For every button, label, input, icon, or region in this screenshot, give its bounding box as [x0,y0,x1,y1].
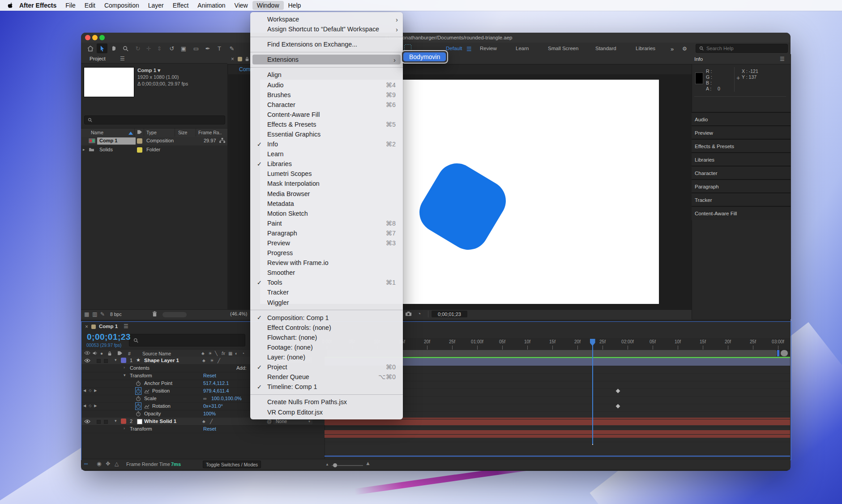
keyframe-nav[interactable]: ◀◇▶ [83,389,99,393]
project-column-type[interactable]: Type [146,130,157,135]
column-divider[interactable] [175,128,175,137]
menu-item-motion-sketch[interactable]: Motion Sketch [250,209,403,218]
project-item-name[interactable]: Comp 1 [99,138,117,143]
brush-tool-icon[interactable]: ✎ [227,43,237,53]
toggle-switches-modes-button[interactable]: Toggle Switches / Modes [203,461,261,468]
menu-item-character[interactable]: Character⌘6 [250,100,403,110]
collapse-chevron-icon[interactable]: ▾ [124,373,126,377]
stopwatch-icon[interactable] [136,403,141,409]
property-name[interactable]: Opacity [144,411,161,416]
workspace-overflow-chevrons[interactable]: » [671,46,674,52]
menubar-item-composition[interactable]: Composition [100,1,144,10]
stopwatch-icon[interactable] [136,396,141,401]
property-name[interactable]: Anchor Point [144,380,172,386]
menu-item-tracker[interactable]: Tracker [250,287,403,297]
project-row-solids[interactable]: ▸SolidsFolder [81,146,227,154]
pen-tool-icon[interactable]: ✒ [202,43,213,53]
av-toggle-box[interactable] [97,420,101,424]
panel-tab-effects-presets[interactable]: Effects & Presets [692,139,791,153]
av-toggle-box[interactable] [97,359,101,363]
menu-item-mask-interpolation[interactable]: Mask Interpolation [250,179,403,188]
tab-workspace-learn[interactable]: Learn [516,46,529,51]
home-tool-icon[interactable] [85,43,96,53]
timeline-panel-menu-icon[interactable]: ☰ [124,323,128,329]
collapse-chevron-icon[interactable]: › [124,426,125,431]
property-name[interactable]: Rotation [152,403,171,409]
solo-icon[interactable]: ● [100,351,103,356]
switch-slash-icon[interactable]: ╱ [218,358,220,363]
show-channels-icon[interactable]: ◔ [418,311,421,317]
menubar-item-file[interactable]: File [61,1,80,10]
menu-item-smoother[interactable]: Smoother [250,268,403,278]
timeline-bottom-scroll-edge[interactable] [325,456,790,457]
snapshot-camera-icon[interactable] [405,311,412,316]
tab-project[interactable]: Project [90,56,106,61]
menu-item-flowchart-none[interactable]: Flowchart: (none) [250,333,403,342]
tab-timeline-comp1[interactable]: Comp 1 [99,324,118,329]
selection-tool-icon[interactable] [97,43,107,53]
project-footer-edit-icon[interactable]: ✎ [100,311,105,317]
property-value[interactable]: 517.4,112.1 [203,380,229,386]
menu-item-info[interactable]: ✓Info⌘2 [250,139,403,149]
project-bit-depth[interactable]: 8 bpc [110,312,122,317]
menu-item-preview[interactable]: Preview⌘3 [250,238,403,248]
parent-pickwhip-icon[interactable]: @ [267,419,272,424]
property-value[interactable]: 100.0,100.0% [211,396,242,401]
speaker-icon[interactable] [92,351,98,355]
roi-tool-icon[interactable]: ▣ [178,43,189,53]
zoom-out-mountain-icon[interactable]: ▲ [325,462,329,466]
menu-item-align[interactable]: Align [250,70,403,80]
help-search-field[interactable] [696,44,788,53]
switch-header-shy-icon[interactable]: ♣ [201,351,205,356]
workspace-settings-icon[interactable]: ⚙ [682,46,687,52]
eye-icon[interactable] [84,351,90,355]
tab-workspace-libraries[interactable]: Libraries [636,46,655,51]
keyframe-diamond-icon[interactable]: ◇ [89,404,94,408]
dolly-camera-tool-icon[interactable]: ⇕ [154,43,165,53]
transform-reset-link[interactable]: Reset [203,373,216,378]
close-window-button[interactable] [85,35,90,40]
column-divider[interactable] [134,128,135,137]
menu-item-effect-controls-none[interactable]: Effect Controls: (none) [250,323,403,333]
minimize-window-button[interactable] [92,35,98,40]
transform-group-name[interactable]: Transform [130,426,152,431]
tag-icon[interactable] [117,351,123,355]
eye-icon[interactable] [84,359,90,363]
menu-item-effects-presets[interactable]: Effects & Presets⌘5 [250,120,403,129]
apple-menu-icon[interactable] [7,2,13,9]
stopwatch-icon[interactable] [136,411,141,417]
column-source-name[interactable]: Source Name [142,351,171,356]
av-toggle-box[interactable] [104,420,108,424]
menu-item-assign-shortcut-to-default-workspace[interactable]: Assign Shortcut to “Default” Workspace› [250,24,403,34]
property-name[interactable]: Scale [144,396,157,401]
project-comp-name[interactable]: Comp 1 ▾ [137,67,160,73]
switch-header-backslash-icon[interactable]: ╲ [215,351,218,356]
timeline-tab-close-icon[interactable]: × [85,324,88,330]
menubar-item-window[interactable]: Window [252,1,284,10]
project-row-comp-1[interactable]: Comp 1Composition29.97 [81,137,227,145]
keyframe-nav[interactable]: ◀◇▶ [83,404,99,408]
menu-item-render-queue[interactable]: Render Queue⌥⌘0 [250,372,403,382]
collapse-chevron-icon[interactable]: ▾ [115,419,117,423]
graph-icon[interactable] [144,389,150,393]
menu-item-brushes[interactable]: Brushes⌘9 [250,90,403,100]
timeline-scroll-pill[interactable] [781,350,788,356]
property-value[interactable]: 100% [203,411,216,416]
timeline-zoom-slider-handle[interactable] [333,463,337,467]
menubar-item-help[interactable]: Help [284,1,306,10]
timeline-row-transform[interactable]: ›TransformReset [81,425,325,433]
menu-item-paragraph[interactable]: Paragraph⌘7 [250,228,403,238]
switch-slash-icon[interactable]: ╱ [210,419,213,424]
project-item-name[interactable]: Solids [99,147,113,152]
contents-add-button[interactable]: Add: [236,365,247,371]
keyframe-diamond-icon[interactable]: ◇ [89,389,94,393]
switch-header-blend-icon[interactable]: ◐ [235,351,238,356]
zoom-in-mountain-icon[interactable]: ▲ [365,460,371,466]
hand-tool-icon[interactable] [108,43,119,53]
graph-editor-icon[interactable]: △ [115,461,119,467]
layer-name[interactable]: Shape Layer 1 [144,358,179,363]
menubar-item-after-effects[interactable]: After Effects [15,1,61,10]
switch-header-frame-icon[interactable]: ▦ [228,351,232,356]
menu-item-project[interactable]: ✓Project⌘0 [250,362,403,372]
menu-item-content-aware-fill[interactable]: Content-Aware Fill [250,110,403,120]
